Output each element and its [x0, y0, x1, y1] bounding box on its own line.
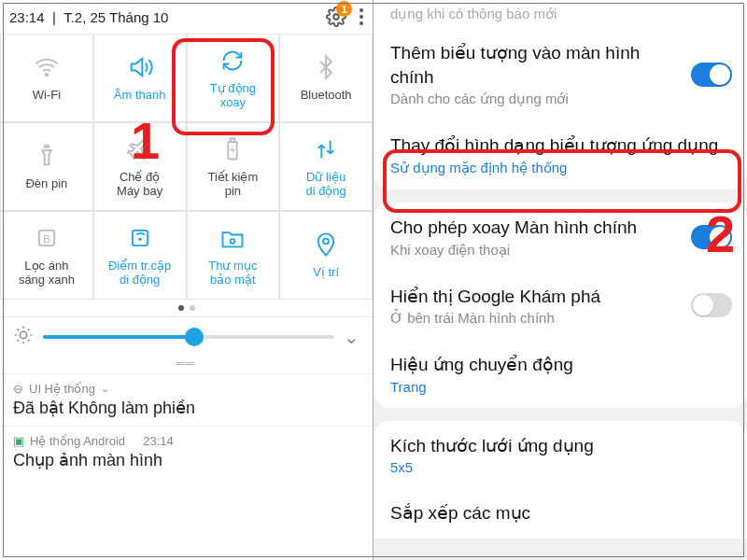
chevron-down-icon: ⌄ [101, 383, 109, 395]
bluetooth-icon [312, 53, 340, 81]
toggle-off[interactable] [691, 293, 732, 317]
tile-secure-folder[interactable]: Thư mụcbảo mật [187, 211, 280, 300]
hotspot-icon [126, 224, 154, 252]
row-transition[interactable]: Hiệu ứng chuyển động Trang [374, 340, 747, 408]
svg-point-1 [46, 74, 48, 76]
location-icon [312, 231, 340, 259]
quick-settings-grid: Wi-Fi Âm thanh Tự độngxoay Bluetooth Đèn… [0, 34, 373, 300]
svg-point-0 [333, 14, 339, 20]
svg-text:B: B [43, 231, 50, 244]
status-date: T.2, 25 Tháng 10 [63, 9, 168, 25]
chevron-down-icon[interactable]: ⌄ [344, 326, 359, 348]
tile-battery-saver[interactable]: Tiết kiệmpin [187, 122, 280, 211]
pager-dots [0, 300, 373, 316]
settings-badge: 1 [336, 1, 352, 17]
image-icon: ▣ [13, 434, 24, 448]
speaker-icon [126, 53, 154, 81]
folder-lock-icon [218, 224, 247, 252]
wifi-icon [33, 53, 61, 81]
svg-point-8 [231, 239, 235, 244]
row-sort-items[interactable]: Sắp xếp các mục [374, 488, 747, 539]
svg-point-7 [138, 237, 142, 240]
row-google-discover[interactable]: Hiển thị Google Khám phá Ở bên trái Màn … [374, 272, 747, 341]
tile-flashlight[interactable]: Đèn pin [0, 122, 93, 211]
minus-circle-icon: ⊖ [13, 382, 23, 396]
tile-bluetooth[interactable]: Bluetooth [279, 34, 373, 122]
tile-mobile-data[interactable]: Dữ liệudi động [279, 122, 373, 211]
status-time: 23:14 [9, 9, 45, 25]
brightness-icon [13, 325, 34, 349]
brightness-row: ⌄ [0, 316, 373, 357]
brightness-slider[interactable] [43, 335, 334, 339]
row-icon-shape[interactable]: Thay đổi hình dạng biểu tượng ứng dụng S… [374, 120, 747, 189]
flashlight-icon [33, 142, 61, 170]
status-bar: 23:14 | T.2, 25 Tháng 10 1 [0, 0, 373, 34]
notification-title: Chụp ảnh màn hình [13, 450, 359, 470]
row-grid-size[interactable]: Kích thước lưới ứng dụng 5x5 [374, 421, 747, 489]
tile-blue-light[interactable]: BLọc ánhsáng xanh [0, 211, 93, 300]
row-allow-rotation[interactable]: Cho phép xoay Màn hình chính Khi xoay đi… [374, 203, 747, 272]
more-icon[interactable] [359, 8, 363, 25]
settings-button[interactable]: 1 [326, 7, 346, 27]
tile-sound[interactable]: Âm thanh [93, 34, 187, 122]
svg-point-10 [20, 331, 26, 338]
tile-location[interactable]: Vị trí [279, 211, 373, 300]
tile-auto-rotate[interactable]: Tự độngxoay [187, 34, 280, 122]
notification-screenshot[interactable]: ▣Hệ thống Android 23:14 Chụp ảnh màn hìn… [0, 426, 373, 478]
notification-dnd[interactable]: ⊖UI Hệ thống ⌄ Đã bật Không làm phiền [0, 373, 373, 426]
truncated-text: dụng khi có thông báo mới [374, 0, 747, 28]
rotate-icon [218, 47, 247, 75]
tile-hotspot[interactable]: Điểm tr.cậpdi động [93, 211, 187, 300]
step-number-1: 1 [131, 110, 160, 171]
toggle-on[interactable] [691, 63, 732, 87]
battery-icon [218, 135, 247, 163]
bluelight-icon: B [33, 224, 61, 252]
step-number-2: 2 [706, 203, 735, 264]
notification-title: Đã bật Không làm phiền [13, 398, 359, 418]
drag-handle[interactable]: ══ [0, 357, 373, 373]
row-add-icon-home[interactable]: Thêm biểu tượng vào màn hình chính Dành … [374, 28, 747, 120]
data-icon [312, 135, 340, 163]
svg-point-9 [323, 239, 329, 245]
tile-wifi[interactable]: Wi-Fi [0, 34, 93, 122]
svg-rect-3 [231, 138, 235, 142]
